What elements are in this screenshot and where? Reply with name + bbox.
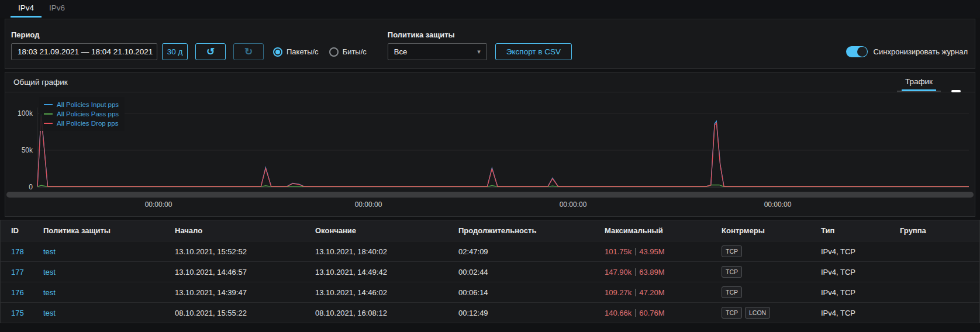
countermeasure-badge: TCP (722, 266, 742, 278)
radio-bits-label: Биты/с (343, 47, 367, 56)
period-range-input[interactable]: 18:03 21.09.2021 — 18:04 21.10.2021 (11, 43, 157, 60)
end-cell: 08.10.2021, 16:08:12 (315, 309, 458, 317)
period-field: Период 18:03 21.09.2021 — 18:04 21.10.20… (11, 30, 157, 60)
type-cell: IPv4, TCP (821, 247, 900, 256)
policy-field: Политика защиты Все ▾ (388, 30, 487, 60)
countermeasures-cell: TCPLCON (722, 307, 821, 319)
policy-link[interactable]: test (43, 288, 56, 297)
max-separator (635, 248, 636, 255)
legend-item[interactable]: All Policies Pass pps (44, 109, 119, 119)
period-label: Период (11, 30, 157, 39)
chart-panel-title: Общий график (13, 78, 68, 87)
reset-zoom-button[interactable]: ↺ (195, 43, 226, 60)
duration-cell: 00:06:14 (458, 288, 605, 297)
period-range-value: 18:03 21.09.2021 — 18:04 21.10.2021 (18, 47, 153, 56)
radio-packets-label: Пакеты/с (287, 47, 319, 56)
max-bps-value: 63.89M (639, 268, 664, 276)
countermeasure-badge: TCP (722, 307, 742, 319)
radio-unselected-icon (329, 47, 339, 57)
sync-journal-control: Синхронизировать журнал (846, 43, 968, 60)
policy-link[interactable]: test (43, 268, 56, 276)
collapse-panel-icon[interactable] (951, 90, 961, 92)
column-header: Тип (821, 226, 900, 235)
table-row: 175test08.10.2021, 15:55:2208.10.2021, 1… (1, 303, 979, 323)
max-separator (635, 289, 636, 296)
type-cell: IPv4, TCP (821, 268, 900, 276)
chart-legend: All Policies Input ppsAll Policies Pass … (39, 97, 125, 131)
chevron-down-icon: ▾ (477, 48, 481, 56)
undo-icon: ↺ (206, 46, 215, 58)
toggle-knob (857, 47, 867, 57)
countermeasure-badge: LCON (745, 307, 770, 319)
max-separator (635, 268, 636, 276)
legend-item[interactable]: All Policies Input pps (44, 100, 119, 109)
legend-item[interactable]: All Policies Drop pps (44, 119, 119, 128)
policy-link[interactable]: test (43, 309, 56, 317)
chart-tabs: Трафик (897, 72, 969, 92)
countermeasures-cell: TCP (722, 286, 821, 298)
chart-panel-header: Общий график Трафик (5, 72, 975, 92)
type-cell: IPv4, TCP (821, 309, 900, 317)
max-pps-value: 101.75k (605, 247, 632, 256)
svg-text:00:00:00: 00:00:00 (145, 200, 172, 209)
start-cell: 13.10.2021, 14:46:57 (175, 268, 315, 276)
countermeasure-badge: TCP (722, 245, 742, 257)
radio-selected-icon (273, 47, 282, 57)
column-header: ID (11, 226, 43, 235)
column-header: Группа (900, 226, 979, 235)
column-header: Контрмеры (722, 226, 821, 235)
series-line (37, 116, 969, 186)
start-cell: 08.10.2021, 15:55:22 (175, 309, 315, 317)
max-bps-value: 60.76M (639, 309, 664, 317)
event-id-link[interactable]: 178 (11, 247, 24, 256)
duration-cell: 02:47:09 (458, 247, 605, 256)
policy-label: Политика защиты (388, 30, 487, 39)
policy-link[interactable]: test (43, 247, 56, 256)
max-pps-value: 147.90k (605, 268, 632, 276)
protocol-tabbar: IPv4 IPv6 (0, 0, 980, 18)
column-header: Максимальный (605, 226, 722, 235)
event-id-link[interactable]: 176 (11, 288, 24, 297)
preset-30d-button[interactable]: 30 д (162, 43, 188, 60)
event-id-link[interactable]: 175 (11, 309, 24, 317)
event-id-link[interactable]: 177 (11, 268, 24, 276)
svg-text:00:00:00: 00:00:00 (560, 200, 587, 209)
tab-traffic[interactable]: Трафик (902, 73, 936, 91)
end-cell: 13.10.2021, 18:40:02 (315, 247, 458, 256)
table-row: 176test13.10.2021, 14:39:4713.10.2021, 1… (1, 282, 979, 303)
unit-radio-group: Пакеты/с Биты/с (273, 43, 377, 60)
start-cell: 13.10.2021, 14:39:47 (175, 288, 315, 297)
refresh-button[interactable]: ↻ (233, 43, 264, 60)
svg-text:00:00:00: 00:00:00 (764, 200, 792, 209)
traffic-chart[interactable]: 100k50k000:00:0000:00:0000:00:0000:00:00… (5, 92, 975, 216)
radio-bits-per-sec[interactable]: Биты/с (329, 47, 367, 57)
overall-chart-panel: Общий график Трафик 100k50k000:00:0000:0… (5, 72, 975, 217)
refresh-icon: ↻ (244, 46, 253, 58)
table-header-row: IDПолитика защитыНачалоОкончаниеПродолжи… (1, 220, 979, 241)
column-header: Продолжительность (458, 226, 605, 235)
tab-ipv6[interactable]: IPv6 (42, 0, 73, 18)
column-header: Политика защиты (43, 226, 175, 235)
table-row: 177test13.10.2021, 14:46:5713.10.2021, 1… (1, 262, 979, 282)
end-cell: 13.10.2021, 14:49:42 (315, 268, 458, 276)
countermeasures-cell: TCP (722, 245, 821, 257)
sync-journal-label: Синхронизировать журнал (874, 47, 968, 56)
duration-cell: 00:02:44 (458, 268, 605, 276)
svg-text:100k: 100k (18, 109, 33, 117)
sync-journal-toggle[interactable] (846, 46, 868, 57)
svg-text:0: 0 (29, 183, 33, 191)
legend-series-label: All Policies Drop pps (57, 120, 118, 127)
max-bps-value: 47.20M (639, 288, 664, 297)
events-table-body: 178test13.10.2021, 15:52:5213.10.2021, 1… (1, 241, 979, 323)
legend-series-swatch (44, 104, 53, 105)
export-csv-button[interactable]: Экспорт в CSV (495, 43, 572, 60)
radio-packets-per-sec[interactable]: Пакеты/с (273, 47, 319, 57)
policy-select[interactable]: Все ▾ (388, 43, 487, 60)
table-row: 178test13.10.2021, 15:52:5213.10.2021, 1… (1, 241, 979, 262)
legend-series-label: All Policies Input pps (57, 101, 119, 108)
legend-series-swatch (44, 113, 53, 115)
tab-ipv4[interactable]: IPv4 (11, 0, 42, 18)
attacks-table: IDПолитика защитыНачалоОкончаниеПродолжи… (0, 220, 980, 323)
max-cell: 101.75k43.95M (605, 247, 722, 256)
svg-text:00:00:00: 00:00:00 (355, 200, 382, 209)
